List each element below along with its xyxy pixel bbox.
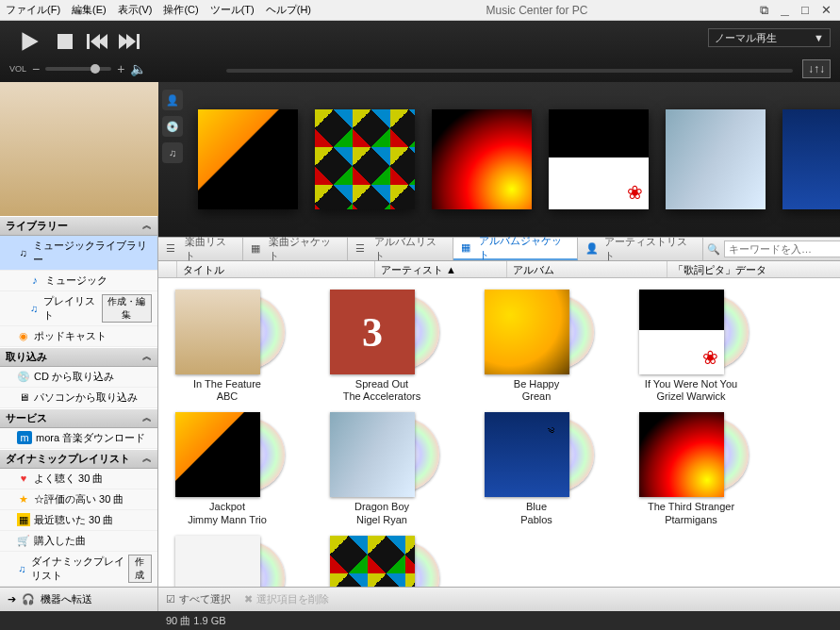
sidebar-item-music[interactable]: ♪ ミュージック xyxy=(0,271,157,291)
pc-icon: 🖥 xyxy=(17,390,30,404)
volume-row: VOL − + 🔈 xyxy=(9,61,146,76)
album-cover xyxy=(330,412,415,497)
carousel-track[interactable] xyxy=(187,82,840,237)
menu-operate[interactable]: 操作(C) xyxy=(163,3,198,17)
album-artwork xyxy=(175,536,279,587)
search-input[interactable] xyxy=(724,240,840,257)
sort-button[interactable]: ↓↑↓ xyxy=(802,59,831,78)
mute-icon[interactable]: 🔈 xyxy=(130,61,146,76)
delete-icon: ✖ xyxy=(244,593,253,605)
tab-song-jacket[interactable]: ▦ 楽曲ジャケット xyxy=(243,238,348,260)
carousel-user-icon[interactable]: 👤 xyxy=(162,90,183,110)
album-cell[interactable]: A Piece Of CakeThe Three Little Red He… xyxy=(321,536,443,587)
album-cell[interactable]: In The FeatureABC xyxy=(166,290,288,403)
album-title: Be Happy xyxy=(475,378,598,390)
search-box: 🔍 クリア xyxy=(703,238,840,260)
window-maximize-icon[interactable]: □ xyxy=(797,3,814,18)
window-restore-icon[interactable]: ⧉ xyxy=(755,3,772,18)
menu-view[interactable]: 表示(V) xyxy=(118,3,153,17)
volume-up-icon[interactable]: + xyxy=(117,61,124,76)
album-cell[interactable]: JackpotJimmy Mann Trio xyxy=(166,412,288,525)
sidebar-item-purchased[interactable]: 🛒 購入した曲 xyxy=(0,531,157,552)
sidebar-item-dynamic-list[interactable]: ♫ ダイナミックプレイリスト 作成 xyxy=(0,552,157,587)
tab-label: アーティストリスト xyxy=(604,235,695,263)
tab-album-jacket[interactable]: ▦ アルバムジャケット xyxy=(453,238,579,260)
album-title: Spread Out xyxy=(321,378,443,390)
dynamic-create-button[interactable]: 作成 xyxy=(128,555,152,583)
volume-slider[interactable] xyxy=(45,67,111,71)
sidebar-item-label: ☆評価の高い 30 曲 xyxy=(34,492,124,506)
album-cover: 3 xyxy=(330,290,415,374)
sidebar-item-label: 最近聴いた 30 曲 xyxy=(34,513,113,527)
tab-artist-list[interactable]: 👤 アーティストリスト xyxy=(578,238,703,260)
col-lyrics[interactable]: 「歌詞ピタ」データ xyxy=(667,261,840,277)
select-all-button[interactable]: ☑ すべて選択 xyxy=(166,592,231,606)
carousel-note-icon[interactable]: ♫ xyxy=(162,142,183,163)
col-blank[interactable] xyxy=(158,261,177,277)
col-title[interactable]: タイトル xyxy=(177,261,375,277)
progress-slider[interactable] xyxy=(226,69,793,73)
album-cell[interactable]: If You Were Not YouGrizel Warwick xyxy=(630,290,752,403)
sidebar-item-mora[interactable]: m mora 音楽ダウンロード xyxy=(0,428,157,449)
menu-file[interactable]: ファイル(F) xyxy=(6,3,60,17)
sidebar-item-often[interactable]: ♥ よく聴く 30 曲 xyxy=(0,469,157,489)
album-artist: Grizel Warwick xyxy=(630,390,752,403)
stop-button[interactable] xyxy=(49,28,81,55)
carousel-thumb[interactable] xyxy=(315,109,415,209)
sidebar-item-podcast[interactable]: ◉ ポッドキャスト xyxy=(0,326,157,347)
tab-album-list[interactable]: ☰ アルバムリスト xyxy=(348,238,453,260)
delete-selected-button[interactable]: ✖ 選択項目を削除 xyxy=(244,592,329,606)
(search-icon)[interactable]: 🔍 xyxy=(707,243,720,256)
tab-song-list[interactable]: ☰ 楽曲リスト xyxy=(158,238,243,260)
sidebar-header-library[interactable]: ライブラリー ︽ xyxy=(0,216,157,236)
album-artist: Jimmy Mann Trio xyxy=(166,514,288,526)
menu-tools[interactable]: ツール(T) xyxy=(210,3,255,17)
album-cell[interactable]: 3Spread OutThe Accelerators xyxy=(321,290,443,403)
window-close-icon[interactable]: ✕ xyxy=(817,3,834,18)
album-cell[interactable]: Be HappyGrean xyxy=(475,290,598,403)
prev-button[interactable] xyxy=(81,28,113,55)
sidebar-item-import-cd[interactable]: 💿 CD から取り込み xyxy=(0,367,157,388)
carousel-thumb[interactable] xyxy=(666,109,766,209)
col-artist[interactable]: アーティスト ▲ xyxy=(375,261,507,277)
next-button[interactable] xyxy=(113,28,145,55)
sidebar-header-label: サービス xyxy=(6,411,47,425)
carousel-thumb[interactable] xyxy=(782,109,840,209)
album-artist: ABC xyxy=(166,390,288,403)
play-button[interactable] xyxy=(9,28,49,55)
sidebar-item-music-library[interactable]: ♫ ミュージックライブラリー xyxy=(0,236,157,271)
album-cell[interactable]: Mix Down Vol.1Tak Picard xyxy=(166,536,288,587)
app-title: Music Center for PC xyxy=(322,4,751,17)
sidebar-item-import-pc[interactable]: 🖥 パソコンから取り込み xyxy=(0,388,157,408)
album-artwork xyxy=(175,290,279,374)
carousel-thumb[interactable] xyxy=(549,109,649,209)
playmode-dropdown[interactable]: ノーマル再生 ▼ xyxy=(708,28,831,47)
carousel-thumb[interactable] xyxy=(432,109,532,209)
sidebar-header-service[interactable]: サービス ︽ xyxy=(0,408,157,428)
window-minimize-icon[interactable]: ＿ xyxy=(776,3,793,18)
sidebar-item-rating[interactable]: ★ ☆評価の高い 30 曲 xyxy=(0,489,157,510)
col-album[interactable]: アルバム xyxy=(507,261,667,277)
playlist-create-edit-button[interactable]: 作成・編集 xyxy=(102,294,152,323)
album-grid: In The FeatureABC3Spread OutThe Accelera… xyxy=(158,278,840,587)
volume-down-icon[interactable]: − xyxy=(32,61,40,76)
carousel-disc-icon[interactable]: 💿 xyxy=(162,116,183,137)
heart-icon: ♥ xyxy=(17,472,30,485)
tab-label: アルバムジャケット xyxy=(479,234,569,262)
album-cover xyxy=(175,412,260,497)
sidebar-item-playlist[interactable]: ♫ プレイリスト 作成・編集 xyxy=(0,291,157,326)
album-cell[interactable]: Dragon BoyNigel Ryan xyxy=(321,412,443,525)
album-cell[interactable]: The Third StrangerPtarmigans xyxy=(630,412,752,525)
transfer-to-device-button[interactable]: ➔ 🎧 機器へ転送 xyxy=(0,587,157,611)
menu-edit[interactable]: 編集(E) xyxy=(72,3,107,17)
album-cell[interactable]: BluePablos xyxy=(475,412,598,525)
sidebar-item-recent[interactable]: ▦ 最近聴いた 30 曲 xyxy=(0,510,157,531)
sidebar-header-dynamic[interactable]: ダイナミックプレイリスト ︽ xyxy=(0,449,157,469)
album-cover xyxy=(485,412,569,497)
album-title: If You Were Not You xyxy=(630,378,752,390)
album-artwork xyxy=(175,412,279,497)
carousel-thumb[interactable] xyxy=(198,109,298,209)
sidebar-header-import[interactable]: 取り込み ︽ xyxy=(0,347,157,367)
sidebar-header-label: 取り込み xyxy=(6,350,47,364)
menu-help[interactable]: ヘルプ(H) xyxy=(266,3,311,17)
